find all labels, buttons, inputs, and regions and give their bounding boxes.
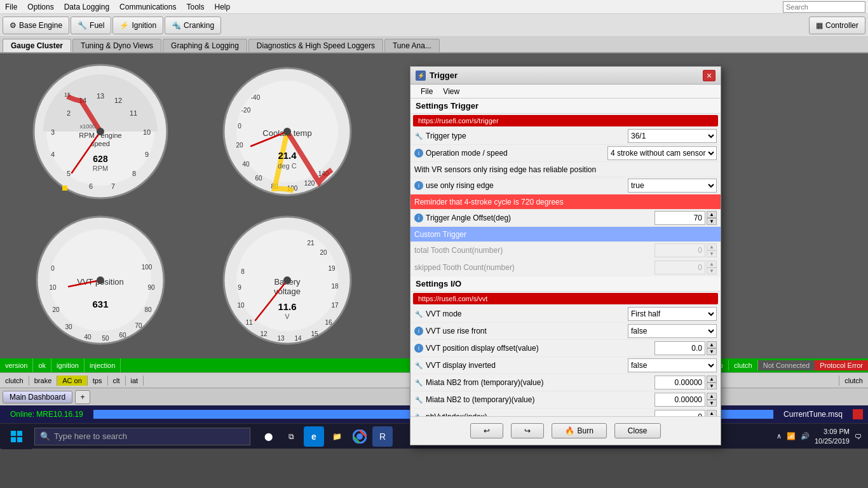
cortana-icon[interactable]: ⬤	[258, 426, 278, 447]
svg-point-79	[283, 276, 291, 284]
trigger-url[interactable]: https://rusefi.com/s/trigger	[413, 115, 718, 126]
app-icon[interactable]: R	[372, 426, 393, 447]
vvt-inverted-select[interactable]: false	[628, 358, 717, 372]
redo-button[interactable]: ↪	[511, 423, 544, 438]
vvt-offset-up[interactable]: ▲	[707, 341, 717, 348]
total-tooth-spinner-up[interactable]: ▲	[707, 243, 717, 250]
tab-diagnostics[interactable]: Diagnostics & High Speed Loggers	[248, 39, 383, 52]
base-engine-button[interactable]: ⚙ Base Engine	[3, 17, 69, 34]
modal-close-button[interactable]: ×	[703, 70, 715, 81]
close-button[interactable]: Close	[614, 423, 661, 438]
spinner-up[interactable]: ▲	[707, 211, 717, 218]
info-icon4[interactable]: i	[414, 327, 423, 336]
menu-data-logging[interactable]: Data Logging	[59, 1, 114, 13]
vvt-rise-front-select[interactable]: false	[628, 324, 717, 338]
menu-help[interactable]: Help	[209, 1, 235, 13]
vvt-offset-down[interactable]: ▼	[707, 348, 717, 355]
fuel-icon: 🔧	[78, 21, 87, 30]
vvt-offset-input[interactable]	[654, 341, 705, 355]
edge-icon[interactable]: e	[304, 426, 324, 447]
not-connected-status: Not Connected	[758, 360, 815, 370]
nb-vvt-up[interactable]: ▲	[707, 410, 717, 416]
modal-menu-view[interactable]: View	[438, 86, 465, 97]
taskbar-search[interactable]: 🔍 Type here to search	[34, 428, 250, 445]
svg-text:21: 21	[307, 240, 315, 247]
rpm-gauge: 2 3 4 5 6 7 8 9 10 11 12 13 14 15 x1000 …	[5, 58, 196, 205]
info-icon2[interactable]: i	[414, 181, 423, 190]
miata-from-down[interactable]: ▼	[707, 383, 717, 390]
notification-icon[interactable]: 🗨	[855, 433, 862, 440]
total-tooth-input[interactable]	[654, 243, 705, 257]
svg-text:V: V	[285, 313, 290, 320]
cranking-button[interactable]: 🔩 Cranking	[165, 17, 221, 34]
system-tray: ∧ 📶 🔊 3:09 PM 10/25/2019 🗨	[776, 427, 867, 445]
skipped-tooth-spinner-up[interactable]: ▲	[707, 261, 717, 268]
svg-text:20: 20	[236, 142, 243, 149]
miata-from-up[interactable]: ▲	[707, 376, 717, 383]
miata-to-input[interactable]	[654, 393, 705, 407]
miata-to-down[interactable]: ▼	[707, 400, 717, 407]
nb-vvt-index-input[interactable]	[654, 410, 705, 416]
tab-gauge-cluster[interactable]: Gauge Cluster	[3, 39, 71, 52]
rising-edge-select[interactable]: true	[628, 179, 717, 193]
info-icon3[interactable]: i	[414, 214, 423, 222]
search-input[interactable]	[783, 1, 865, 13]
rising-edge-label: use only rising edge	[426, 181, 494, 190]
info-icon[interactable]: i	[414, 149, 423, 158]
vvt-url[interactable]: https://rusefi.com/s/vvt	[413, 293, 718, 304]
clock-date: 10/25/2019	[815, 437, 850, 445]
svg-text:8: 8	[132, 170, 136, 177]
info-icon5[interactable]: i	[414, 344, 423, 353]
chrome-icon[interactable]	[349, 426, 370, 447]
reminder-row: Reminder that 4-stroke cycle is 720 degr…	[410, 194, 721, 210]
taskbar-search-text: Type here to search	[54, 431, 127, 441]
svg-text:8: 8	[241, 268, 245, 275]
tab-graphing[interactable]: Graphing & Logging	[163, 39, 247, 52]
dash-tab-main[interactable]: Main Dashboard	[3, 391, 72, 403]
menu-file[interactable]: File	[0, 1, 22, 13]
settings-io-header: Settings I/O	[410, 276, 721, 292]
controller-button[interactable]: ▦ Controller	[809, 17, 865, 34]
trigger-angle-input[interactable]	[654, 211, 705, 225]
burn-button[interactable]: 🔥 Burn	[552, 423, 606, 438]
svg-text:90: 90	[147, 284, 155, 291]
skipped-tooth-input[interactable]	[654, 261, 705, 274]
svg-text:100: 100	[142, 264, 153, 271]
miata-to-up[interactable]: ▲	[707, 393, 717, 400]
record-indicator	[853, 409, 863, 419]
tab-tuning[interactable]: Tuning & Dyno Views	[72, 39, 161, 52]
coolant-gauge-svg: 0 20 40 60 80 100 120 140 -20 -40 Coolan…	[220, 65, 354, 198]
miata-from-input[interactable]	[654, 376, 705, 390]
menu-communications[interactable]: Communications	[114, 1, 181, 13]
chrome-svg	[353, 430, 367, 444]
modal-menu-file[interactable]: File	[416, 86, 438, 97]
svg-text:60: 60	[255, 175, 262, 182]
spinner-down[interactable]: ▼	[707, 218, 717, 225]
operation-mode-select[interactable]: 4 stroke without cam sensor	[607, 146, 717, 160]
tab-tune-ana[interactable]: Tune Ana...	[384, 39, 440, 52]
svg-text:40: 40	[242, 161, 250, 168]
menu-options[interactable]: Options	[22, 1, 58, 13]
undo-button[interactable]: ↩	[470, 423, 503, 438]
explorer-icon[interactable]: 📁	[327, 426, 347, 447]
sb2-iat: iat	[126, 376, 144, 386]
tray-chevron[interactable]: ∧	[776, 432, 782, 440]
add-tab-button[interactable]: +	[75, 390, 90, 404]
skipped-tooth-spinner-down[interactable]: ▼	[707, 268, 717, 274]
svg-text:70: 70	[135, 322, 142, 329]
task-view-icon[interactable]: ⧉	[281, 426, 301, 447]
trigger-type-select[interactable]: 36/1	[628, 129, 717, 143]
svg-text:18: 18	[331, 283, 339, 290]
fuel-button[interactable]: 🔧 Fuel	[71, 17, 111, 34]
svg-text:12: 12	[114, 97, 122, 104]
svg-text:4: 4	[51, 151, 55, 158]
nb-vvt-index-label: nbVvtIndex(index)	[426, 412, 487, 416]
ignition-button[interactable]: ⚡ Ignition	[112, 17, 163, 34]
start-button[interactable]	[1, 424, 32, 449]
svg-text:50: 50	[102, 335, 109, 342]
battery-gauge-svg: 8 9 10 11 12 13 14 15 16 17 18 19 20 21 …	[220, 214, 354, 347]
total-tooth-spinner-down[interactable]: ▼	[707, 250, 717, 257]
menu-tools[interactable]: Tools	[181, 1, 209, 13]
vvt-mode-select[interactable]: First half	[628, 307, 717, 321]
menu-bar: File Options Data Logging Communications…	[0, 0, 868, 14]
